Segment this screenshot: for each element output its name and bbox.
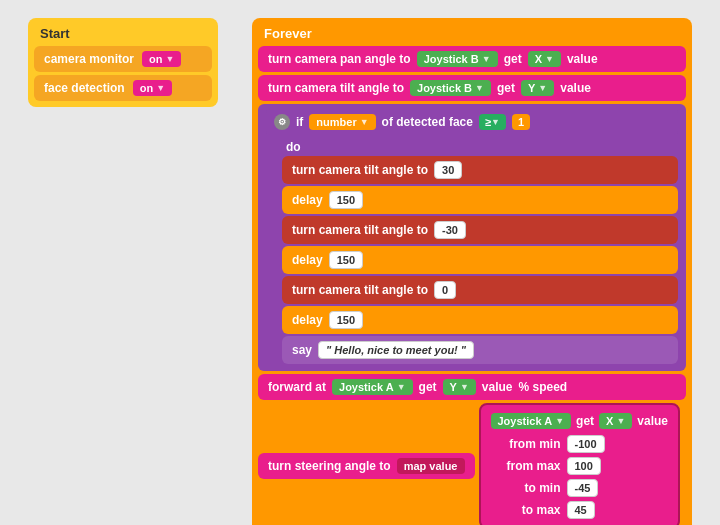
forever-label: Forever xyxy=(258,24,686,43)
delay-150-2-value[interactable]: 150 xyxy=(329,251,363,269)
camera-monitor-value[interactable]: on ▼ xyxy=(142,51,181,67)
say-value[interactable]: " Hello, nice to meet you! " xyxy=(318,341,474,359)
forward-speed-text: % speed xyxy=(519,380,568,394)
map-value-chip[interactable]: map value xyxy=(397,458,465,474)
joystick-a-forward[interactable]: Joystick A ▼ xyxy=(332,379,413,395)
delay-150-1-block: delay 150 xyxy=(282,186,678,214)
map-joystick-row: Joystick A ▼ get X ▼ value xyxy=(491,413,669,429)
camera-monitor-label: camera monitor xyxy=(44,52,134,66)
operator-chip[interactable]: ≥ ▼ xyxy=(479,114,506,130)
to-min-label: to min xyxy=(491,481,561,495)
tilt-neg30-block: turn camera tilt angle to -30 xyxy=(282,216,678,244)
from-max-label: from max xyxy=(491,459,561,473)
tilt-angle-joystick-block: turn camera tilt angle to Joystick B ▼ g… xyxy=(258,75,686,101)
tilt-30-text: turn camera tilt angle to xyxy=(292,163,428,177)
tilt-angle-joystick-text: turn camera tilt angle to xyxy=(268,81,404,95)
face-detection-label: face detection xyxy=(44,81,125,95)
to-max-row: to max 45 xyxy=(491,501,669,519)
steering-text: turn steering angle to xyxy=(268,459,391,473)
map-value-text2: value xyxy=(637,414,668,428)
from-max-row: from max 100 xyxy=(491,457,669,475)
joystick-a-map[interactable]: Joystick A ▼ xyxy=(491,413,572,429)
from-min-value[interactable]: -100 xyxy=(567,435,605,453)
joystick-x-pan[interactable]: X ▼ xyxy=(528,51,561,67)
steering-section: turn steering angle to map value Joystic… xyxy=(258,403,686,525)
to-min-row: to min -45 xyxy=(491,479,669,497)
pan-angle-block: turn camera pan angle to Joystick B ▼ ge… xyxy=(258,46,686,72)
forward-block: forward at Joystick A ▼ get Y ▼ value % … xyxy=(258,374,686,400)
map-get-text: get xyxy=(576,414,594,428)
joystick-b-pan[interactable]: Joystick B ▼ xyxy=(417,51,498,67)
delay-150-2-text: delay xyxy=(292,253,323,267)
to-max-value[interactable]: 45 xyxy=(567,501,595,519)
delay-150-1-text: delay xyxy=(292,193,323,207)
delay-150-3-value[interactable]: 150 xyxy=(329,311,363,329)
delay-150-2-block: delay 150 xyxy=(282,246,678,274)
to-min-value[interactable]: -45 xyxy=(567,479,599,497)
say-block: say " Hello, nice to meet you! " xyxy=(282,336,678,364)
delay-150-3-block: delay 150 xyxy=(282,306,678,334)
if-container: ⚙ if number ▼ of detected face ≥ ▼ 1 do … xyxy=(258,104,686,371)
joystick-y-forward[interactable]: Y ▼ xyxy=(443,379,476,395)
delay-150-3-text: delay xyxy=(292,313,323,327)
say-text: say xyxy=(292,343,312,357)
delay-150-1-value[interactable]: 150 xyxy=(329,191,363,209)
start-label: Start xyxy=(34,24,212,43)
forward-value-text: value xyxy=(482,380,513,394)
if-row: ⚙ if number ▼ of detected face ≥ ▼ 1 xyxy=(266,109,678,135)
forward-text: forward at xyxy=(268,380,326,394)
face-detection-value[interactable]: on ▼ xyxy=(133,80,172,96)
joystick-b-tilt[interactable]: Joystick B ▼ xyxy=(410,80,491,96)
to-max-label: to max xyxy=(491,503,561,517)
if-of-text: of detected face xyxy=(382,115,473,129)
map-popup: Joystick A ▼ get X ▼ value from min -100… xyxy=(479,403,681,525)
pan-get-text: get xyxy=(504,52,522,66)
if-label: if xyxy=(296,115,303,129)
tilt-value-text: value xyxy=(560,81,591,95)
do-label: do xyxy=(282,138,678,156)
tilt-0-block: turn camera tilt angle to 0 xyxy=(282,276,678,304)
number-dropdown[interactable]: number ▼ xyxy=(309,114,375,130)
pan-value-text: value xyxy=(567,52,598,66)
tilt-30-value[interactable]: 30 xyxy=(434,161,462,179)
tilt-0-value[interactable]: 0 xyxy=(434,281,456,299)
tilt-get-text: get xyxy=(497,81,515,95)
tilt-30-block: turn camera tilt angle to 30 xyxy=(282,156,678,184)
gear-icon[interactable]: ⚙ xyxy=(274,114,290,130)
number-value[interactable]: 1 xyxy=(512,114,530,130)
tilt-0-text: turn camera tilt angle to xyxy=(292,283,428,297)
joystick-y-tilt[interactable]: Y ▼ xyxy=(521,80,554,96)
tilt-neg30-text: turn camera tilt angle to xyxy=(292,223,428,237)
joystick-x-map[interactable]: X ▼ xyxy=(599,413,632,429)
tilt-neg30-value[interactable]: -30 xyxy=(434,221,466,239)
steering-block: turn steering angle to map value xyxy=(258,453,475,479)
from-min-row: from min -100 xyxy=(491,435,669,453)
face-detection-block: face detection on ▼ xyxy=(34,75,212,101)
from-max-value[interactable]: 100 xyxy=(567,457,601,475)
from-min-label: from min xyxy=(491,437,561,451)
do-section: do turn camera tilt angle to 30 delay 15… xyxy=(282,138,678,364)
camera-monitor-block: camera monitor on ▼ xyxy=(34,46,212,72)
forward-get-text: get xyxy=(419,380,437,394)
pan-angle-text: turn camera pan angle to xyxy=(268,52,411,66)
